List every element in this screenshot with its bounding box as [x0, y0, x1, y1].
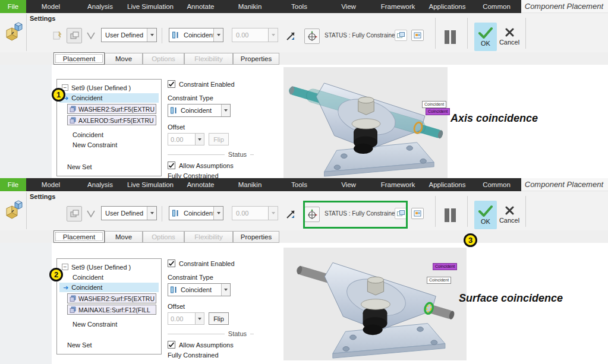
- edit-definition-button[interactable]: [50, 28, 65, 43]
- toolbar-separator: [435, 18, 436, 49]
- checkbox-checked[interactable]: [168, 162, 175, 169]
- offset-input[interactable]: 0.00: [168, 133, 204, 145]
- tree-constraint-row[interactable]: Coincident: [73, 273, 159, 281]
- context-ribbon-area: Component Placement: [521, 178, 608, 191]
- allow-assumptions-row[interactable]: Allow Assumptions: [168, 162, 254, 169]
- menu-live-simulation[interactable]: Live Simulation: [125, 178, 176, 191]
- tab-move[interactable]: Move: [105, 53, 143, 65]
- menu-analysis[interactable]: Analysis: [75, 0, 125, 13]
- constraint-tag-highlighted[interactable]: Coincident: [426, 108, 450, 115]
- preset-dropdown[interactable]: User Defined: [101, 28, 157, 42]
- offset-dropdown[interactable]: 0.00: [232, 28, 278, 42]
- dropdown-arrow-icon[interactable]: [147, 29, 156, 42]
- datum-button[interactable]: [83, 28, 99, 43]
- tree-constraint-row[interactable]: Coincident: [73, 130, 159, 139]
- menu-framework[interactable]: Framework: [373, 178, 423, 191]
- ok-button[interactable]: OK: [474, 201, 497, 229]
- offset-input[interactable]: 0.00: [168, 312, 204, 325]
- checkbox-checked[interactable]: [168, 259, 175, 267]
- kingpin-washer: [361, 299, 390, 310]
- cancel-label: Cancel: [499, 217, 519, 224]
- menu-live-simulation[interactable]: Live Simulation: [125, 0, 176, 13]
- constraint-tag[interactable]: Coincident: [427, 277, 451, 284]
- constraint-type-dropdown[interactable]: Coincident: [169, 206, 223, 220]
- constraint-enabled-row[interactable]: Constraint Enabled: [168, 80, 254, 88]
- constraint-enabled-row[interactable]: Constraint Enabled: [168, 259, 254, 267]
- allow-assumptions-label: Allow Assumptions: [179, 341, 234, 349]
- tab-placement[interactable]: Placement: [53, 230, 105, 243]
- menu-common[interactable]: Common: [472, 178, 521, 191]
- dropdown-arrow-icon[interactable]: [213, 29, 223, 42]
- tree-root-row[interactable]: − Set9 (User Defined ): [62, 262, 159, 271]
- ok-button[interactable]: OK: [474, 23, 497, 51]
- tab-properties[interactable]: Properties: [233, 53, 279, 65]
- menu-file[interactable]: File: [0, 0, 26, 13]
- checkbox-checked[interactable]: [168, 80, 175, 88]
- menu-view[interactable]: View: [324, 0, 373, 13]
- constraint-tag-highlighted[interactable]: Coincident: [433, 263, 457, 270]
- new-constraint-row[interactable]: New Constraint: [73, 140, 159, 149]
- dropdown-arrow-icon[interactable]: [221, 105, 230, 116]
- reference-item[interactable]: WASHER2:Surf:F5(EXTRU: [67, 293, 156, 303]
- menu-applications[interactable]: Applications: [423, 0, 472, 13]
- tab-flexibility: Flexibility: [184, 53, 233, 65]
- offset-value: 0.00: [232, 31, 268, 39]
- placement-mode-button[interactable]: [67, 206, 82, 221]
- menu-model[interactable]: Model: [26, 0, 75, 13]
- constraint-type-select[interactable]: Coincident: [168, 104, 231, 117]
- cancel-button[interactable]: Cancel: [497, 202, 522, 228]
- cancel-button[interactable]: Cancel: [497, 24, 522, 50]
- ok-check-icon: [478, 27, 493, 39]
- drag-component-button[interactable]: [304, 29, 320, 44]
- offset-dropdown[interactable]: 0.00: [232, 206, 278, 220]
- dropdown-arrow-icon[interactable]: [213, 207, 223, 220]
- status-popup-button[interactable]: [395, 30, 407, 41]
- menu-annotate[interactable]: Annotate: [176, 178, 225, 191]
- new-constraint-row[interactable]: New Constraint: [73, 319, 159, 328]
- constraint-type-value: Coincident: [178, 107, 221, 114]
- datum-button[interactable]: [83, 206, 99, 221]
- constraint-type-select[interactable]: Coincident: [168, 283, 231, 296]
- collapse-icon[interactable]: −: [62, 264, 68, 270]
- tab-properties[interactable]: Properties: [233, 231, 279, 243]
- constraint-tag[interactable]: Coincident: [422, 101, 446, 108]
- reference-item[interactable]: WASHER2:Surf:F5(EXTRU: [67, 104, 156, 114]
- dropdown-arrow-icon[interactable]: [221, 284, 230, 296]
- reference-item[interactable]: MAINAXLE:Surf:F12(FILL: [67, 305, 156, 315]
- model-viewport[interactable]: [283, 67, 448, 180]
- menu-model[interactable]: Model: [26, 178, 75, 191]
- tree-selected-constraint[interactable]: ➜ Coincident: [59, 93, 159, 103]
- placement-mode-button[interactable]: [67, 28, 82, 43]
- flip-button[interactable]: Flip: [209, 312, 229, 325]
- tree-selected-constraint[interactable]: ➜ Coincident: [59, 283, 159, 292]
- allow-assumptions-row[interactable]: Allow Assumptions: [168, 341, 254, 349]
- menu-tools[interactable]: Tools: [275, 178, 324, 191]
- menu-manikin[interactable]: Manikin: [225, 0, 275, 13]
- menu-file[interactable]: File: [0, 178, 26, 191]
- tab-placement[interactable]: Placement: [53, 52, 105, 65]
- swap-orientation-button[interactable]: [283, 29, 298, 44]
- checkbox-checked[interactable]: [168, 341, 175, 349]
- menu-applications[interactable]: Applications: [423, 178, 472, 191]
- swap-orientation-button[interactable]: [283, 207, 298, 222]
- menu-framework[interactable]: Framework: [373, 0, 423, 13]
- toolbar-separator: [525, 18, 526, 49]
- reference-item[interactable]: AXLEROD:Surf:F5(EXTRU: [67, 115, 156, 125]
- new-set-row[interactable]: New Set: [67, 162, 159, 171]
- dropdown-arrow-icon[interactable]: [147, 207, 156, 220]
- menu-common[interactable]: Common: [472, 0, 521, 13]
- menu-annotate[interactable]: Annotate: [176, 0, 225, 13]
- preset-dropdown[interactable]: User Defined: [101, 206, 157, 220]
- status-dialog-button[interactable]: [411, 208, 424, 219]
- callout-badge-3: 3: [464, 233, 477, 247]
- check-icon: [168, 341, 175, 348]
- tab-move[interactable]: Move: [105, 231, 143, 243]
- constraint-type-dropdown[interactable]: Coincident: [169, 28, 223, 42]
- menu-analysis[interactable]: Analysis: [75, 178, 125, 191]
- menu-manikin[interactable]: Manikin: [225, 178, 275, 191]
- menu-tools[interactable]: Tools: [275, 0, 324, 13]
- menu-view[interactable]: View: [324, 178, 373, 191]
- tree-root-row[interactable]: − Set9 (User Defined ): [62, 83, 159, 92]
- new-set-row[interactable]: New Set: [67, 340, 159, 349]
- status-dialog-button[interactable]: [411, 30, 424, 41]
